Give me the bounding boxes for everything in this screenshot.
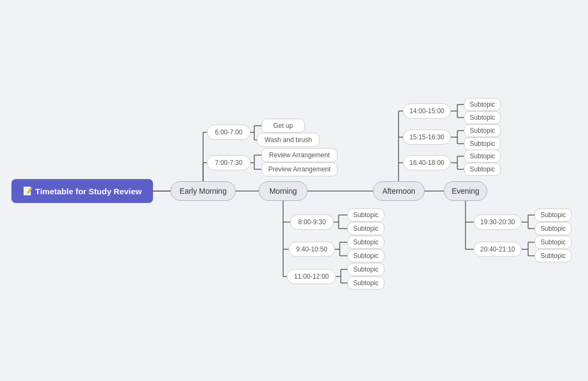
af-time2-node: 15:15-16:30: [403, 130, 451, 145]
ev-leaf3-node: Subtopic: [535, 236, 572, 249]
em-time1-node: 6:00-7:00: [207, 125, 250, 140]
af-time3-label: 16:40-18:00: [409, 159, 444, 167]
root-node: 📝 Timetable for Study Review: [11, 179, 153, 203]
m-leaf5-label: Subtopic: [353, 266, 379, 273]
ev-time2-label: 20:40-21:10: [480, 245, 515, 253]
em-leaf2-node: Wash and brush: [257, 133, 320, 147]
em-leaf3-label: Review Arrangement: [269, 151, 329, 159]
af-leaf4-node: Subtopic: [464, 137, 501, 150]
em-leaf1-node: Get up: [261, 119, 305, 133]
m-leaf6-node: Subtopic: [347, 276, 384, 290]
em-leaf3-node: Review Arrangement: [261, 148, 338, 162]
em-time1-label: 6:00-7:00: [215, 128, 243, 136]
m-time3-node: 11:00-12:00: [287, 269, 336, 284]
m-leaf1-node: Subtopic: [347, 208, 384, 222]
m-leaf5-node: Subtopic: [347, 263, 384, 276]
ev-time2-node: 20:40-21:10: [474, 242, 522, 257]
af-leaf2-label: Subtopic: [470, 114, 495, 121]
em-leaf4-node: Preview Arrangement: [261, 162, 338, 176]
m-time1-label: 8:00-9:30: [298, 218, 326, 226]
af-leaf3-label: Subtopic: [470, 127, 495, 134]
em-time2-node: 7:00-7:30: [207, 155, 250, 170]
afternoon-label: Afternoon: [382, 187, 415, 195]
evening-node: Evening: [444, 181, 487, 201]
root-icon: 📝: [23, 186, 35, 196]
ev-leaf1-node: Subtopic: [535, 208, 572, 222]
em-leaf4-label: Preview Arrangement: [268, 165, 331, 173]
m-time2-node: 9:40-10:50: [289, 242, 335, 257]
early-morning-label: Early Morning: [180, 187, 226, 195]
root-label: Timetable for Study Review: [35, 187, 142, 196]
afternoon-node: Afternoon: [373, 181, 425, 201]
m-leaf4-node: Subtopic: [347, 249, 384, 262]
af-time2-label: 15:15-16:30: [409, 133, 444, 141]
m-time3-label: 11:00-12:00: [294, 273, 329, 280]
af-time1-label: 14:00-15:00: [409, 107, 444, 115]
m-time1-node: 8:00-9:30: [290, 214, 334, 230]
af-time1-node: 14:00-15:00: [403, 103, 451, 119]
ev-leaf2-label: Subtopic: [541, 225, 566, 232]
morning-node: Morning: [259, 181, 308, 201]
m-leaf6-label: Subtopic: [353, 279, 379, 287]
af-leaf1-label: Subtopic: [470, 101, 495, 108]
early-morning-node: Early Morning: [170, 181, 236, 201]
ev-time1-label: 19:30-20:30: [480, 218, 515, 226]
m-leaf1-label: Subtopic: [353, 211, 379, 219]
af-leaf5-label: Subtopic: [470, 152, 495, 160]
af-time3-node: 16:40-18:00: [403, 155, 451, 170]
evening-label: Evening: [452, 187, 480, 195]
af-leaf1-node: Subtopic: [464, 98, 501, 111]
m-leaf4-label: Subtopic: [353, 252, 379, 260]
m-leaf3-label: Subtopic: [353, 238, 379, 246]
af-leaf5-node: Subtopic: [464, 150, 501, 163]
ev-time1-node: 19:30-20:30: [474, 214, 522, 230]
ev-leaf4-label: Subtopic: [541, 252, 566, 260]
ev-leaf3-label: Subtopic: [541, 238, 566, 246]
ev-leaf2-node: Subtopic: [535, 222, 572, 235]
ev-leaf4-node: Subtopic: [535, 249, 572, 262]
m-time2-label: 9:40-10:50: [296, 245, 327, 253]
m-leaf2-node: Subtopic: [347, 222, 384, 235]
morning-label: Morning: [270, 187, 297, 195]
em-leaf1-label: Get up: [273, 122, 293, 130]
em-time2-label: 7:00-7:30: [215, 159, 243, 167]
af-leaf2-node: Subtopic: [464, 111, 501, 124]
af-leaf6-label: Subtopic: [470, 165, 495, 173]
ev-leaf1-label: Subtopic: [541, 211, 566, 219]
af-leaf4-label: Subtopic: [470, 140, 495, 148]
em-leaf2-label: Wash and brush: [265, 136, 312, 144]
m-leaf2-label: Subtopic: [353, 225, 379, 232]
m-leaf3-node: Subtopic: [347, 236, 384, 249]
af-leaf6-node: Subtopic: [464, 163, 501, 176]
af-leaf3-node: Subtopic: [464, 124, 501, 137]
